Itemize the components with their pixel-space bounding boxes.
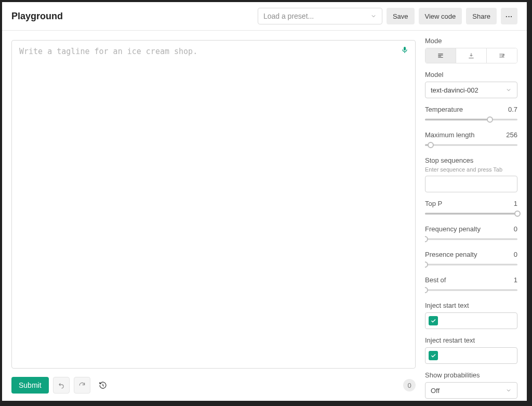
editor-box — [11, 40, 416, 369]
pres-label: Presence penalty — [425, 251, 477, 258]
chevron-down-icon — [370, 13, 377, 19]
mode-complete-button[interactable] — [425, 48, 456, 63]
undo-icon — [58, 382, 65, 389]
showprob-value: Off — [431, 387, 440, 395]
bestof-slider[interactable] — [425, 286, 517, 294]
check-icon — [430, 352, 436, 359]
showprob-group: Show probabilities Off — [425, 371, 517, 399]
check-icon — [430, 318, 436, 324]
mode-toggle — [425, 48, 517, 63]
topp-slider[interactable] — [425, 209, 517, 218]
inject-start-label: Inject start text — [425, 302, 517, 309]
page-title: Playground — [11, 11, 63, 22]
view-code-button[interactable]: View code — [419, 8, 462, 24]
playground-app: Playground Load a preset... Save View co… — [2, 2, 527, 401]
main: Submit 0 Mode — [2, 31, 527, 401]
inject-restart-label: Inject restart text — [425, 336, 517, 344]
freq-label: Frequency penalty — [425, 225, 481, 233]
model-value: text-davinci-002 — [431, 86, 478, 94]
stop-group: Stop sequences Enter sequence and press … — [425, 156, 517, 192]
inject-start-field[interactable] — [425, 312, 517, 329]
stop-input[interactable] — [430, 180, 517, 188]
mode-group: Mode — [425, 37, 517, 63]
chevron-down-icon — [506, 387, 512, 394]
inject-restart-group: Inject restart text — [425, 336, 517, 364]
refresh-icon — [78, 382, 86, 389]
inject-start-checkbox[interactable] — [429, 316, 438, 325]
model-group: Model text-davinci-002 — [425, 71, 517, 98]
paragraph-icon — [437, 52, 444, 59]
bestof-group: Best of 1 — [425, 276, 517, 294]
sidebar: Mode Model text-davinci-002 — [425, 31, 527, 401]
stop-input-wrap — [425, 176, 517, 192]
model-label: Model — [425, 71, 517, 78]
download-icon — [468, 52, 475, 59]
freq-value: 0 — [514, 225, 517, 233]
ellipsis-icon: ··· — [506, 12, 513, 20]
editor-column: Submit 0 — [2, 31, 425, 401]
preset-placeholder: Load a preset... — [263, 12, 314, 20]
pres-slider[interactable] — [425, 260, 517, 269]
header: Playground Load a preset... Save View co… — [2, 2, 527, 31]
inject-restart-field[interactable] — [425, 347, 517, 364]
model-select[interactable]: text-davinci-002 — [425, 82, 517, 98]
pres-value: 0 — [514, 251, 517, 258]
stop-label: Stop sequences — [425, 156, 517, 164]
header-actions: Load a preset... Save View code Share ··… — [258, 8, 517, 24]
freq-group: Frequency penalty 0 — [425, 225, 517, 243]
prompt-textarea[interactable] — [19, 47, 393, 362]
share-button[interactable]: Share — [466, 8, 497, 24]
pres-group: Presence penalty 0 — [425, 251, 517, 269]
history-icon — [99, 381, 107, 389]
temperature-value: 0.7 — [508, 106, 517, 113]
undo-button[interactable] — [53, 377, 70, 394]
topp-label: Top P — [425, 200, 442, 207]
token-counter: 0 — [403, 379, 416, 391]
stop-help: Enter sequence and press Tab — [425, 166, 517, 173]
edit-lines-icon — [498, 52, 506, 59]
submit-button[interactable]: Submit — [11, 377, 49, 394]
bestof-label: Best of — [425, 276, 446, 284]
bestof-value: 1 — [514, 276, 517, 284]
topp-value: 1 — [514, 200, 517, 207]
temperature-label: Temperature — [425, 106, 463, 113]
showprob-select[interactable]: Off — [425, 382, 517, 399]
maxlength-group: Maximum length 256 — [425, 131, 517, 149]
inject-restart-checkbox[interactable] — [429, 351, 438, 360]
regenerate-button[interactable] — [74, 377, 90, 394]
mode-edit-button[interactable] — [486, 48, 517, 63]
microphone-icon[interactable] — [401, 46, 409, 54]
maxlength-value: 256 — [506, 131, 517, 139]
chevron-down-icon — [506, 87, 512, 93]
mode-label: Mode — [425, 37, 517, 45]
history-button[interactable] — [95, 377, 111, 394]
save-button[interactable]: Save — [387, 8, 415, 24]
preset-select[interactable]: Load a preset... — [258, 8, 382, 24]
maxlength-label: Maximum length — [425, 131, 474, 139]
more-button[interactable]: ··· — [501, 8, 517, 24]
inject-start-group: Inject start text — [425, 302, 517, 329]
freq-slider[interactable] — [425, 235, 517, 243]
temperature-group: Temperature 0.7 — [425, 106, 517, 124]
mode-insert-button[interactable] — [456, 48, 486, 63]
temperature-slider[interactable] — [425, 115, 517, 124]
editor-footer: Submit 0 — [11, 376, 416, 395]
topp-group: Top P 1 — [425, 200, 517, 218]
maxlength-slider[interactable] — [425, 141, 517, 149]
showprob-label: Show probabilities — [425, 371, 517, 379]
